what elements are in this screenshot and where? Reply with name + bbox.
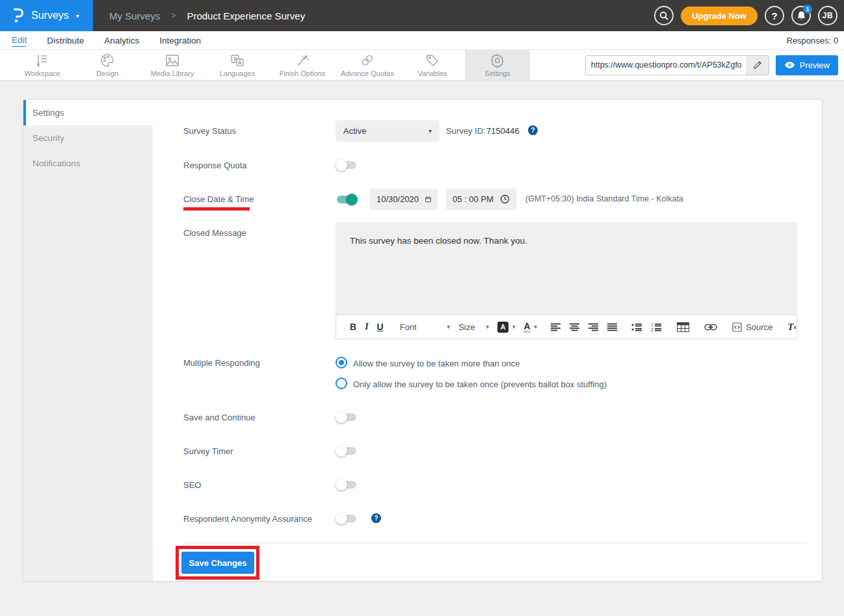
chevron-down-icon: ▾: [534, 324, 538, 330]
clock-icon: [500, 194, 510, 204]
font-dropdown[interactable]: Font ▾: [400, 322, 450, 332]
chevron-down-icon: ▾: [512, 324, 516, 330]
numbered-list-button[interactable]: 12: [651, 323, 662, 331]
search-button[interactable]: [654, 6, 674, 25]
survey-status-dropdown[interactable]: Active ▾: [336, 120, 440, 142]
questionpro-settings-page: Surveys ▾ My Surveys > Product Experienc…: [0, 0, 844, 616]
chevron-down-icon: ▾: [76, 12, 79, 19]
header-actions: Upgrade Now ? 1 JB: [654, 6, 844, 25]
languages-icon: [229, 53, 246, 68]
breadcrumb-separator: >: [171, 11, 176, 20]
tab-edit[interactable]: Edit: [12, 34, 27, 47]
avatar-initials: JB: [823, 11, 833, 20]
toolbar-tabs: Workspace Design Media Library: [10, 50, 530, 80]
upgrade-now-button[interactable]: Upgrade Now: [681, 6, 758, 25]
tab-analytics[interactable]: Analytics: [104, 34, 139, 47]
breadcrumb-my-surveys[interactable]: My Surveys: [109, 10, 160, 21]
search-icon: [659, 11, 669, 21]
text-color-icon: A: [523, 322, 530, 333]
toolbar-item-advance-quotas[interactable]: Advance Quotas: [335, 50, 400, 80]
radio-allow-multiple-label[interactable]: Allow the survey to be taken more than o…: [353, 359, 520, 368]
toolbar-right: Preview: [585, 55, 844, 75]
respondent-anonymity-toggle[interactable]: [336, 513, 358, 524]
survey-status-label: Survey Status: [183, 126, 236, 136]
survey-timer-toggle[interactable]: [336, 445, 358, 457]
notifications-button[interactable]: 1: [791, 6, 811, 25]
eye-icon: [784, 61, 795, 69]
sidebar-item-settings[interactable]: Settings: [23, 100, 153, 125]
app-logo-surveys-menu[interactable]: Surveys ▾: [0, 0, 93, 31]
align-center-icon: [570, 323, 580, 331]
background-color-button[interactable]: A ▾: [497, 322, 516, 333]
close-date-underline-annotation: [183, 207, 250, 211]
italic-button[interactable]: I: [365, 322, 368, 332]
toolbar-item-design[interactable]: Design: [75, 50, 140, 80]
insert-link-button[interactable]: [704, 324, 717, 331]
survey-nav: Edit Distribute Analytics Integration Re…: [0, 31, 844, 50]
close-date-field[interactable]: 10/30/2020: [370, 188, 438, 210]
response-quota-toggle[interactable]: [336, 159, 358, 171]
bg-color-icon: A: [497, 322, 508, 333]
save-and-continue-toggle[interactable]: [336, 411, 358, 423]
variables-icon: [424, 53, 441, 68]
media-library-icon: [164, 53, 181, 68]
question-mark-icon: ?: [771, 10, 777, 21]
preview-button[interactable]: Preview: [776, 55, 838, 75]
toolbar-item-languages[interactable]: Languages: [205, 50, 270, 80]
seo-toggle[interactable]: [336, 479, 358, 491]
top-header: Surveys ▾ My Surveys > Product Experienc…: [0, 0, 844, 31]
text-color-button[interactable]: A ▾: [523, 322, 537, 333]
finish-options-icon: [294, 53, 311, 68]
seo-label: SEO: [183, 480, 201, 490]
svg-text:2: 2: [651, 327, 653, 331]
account-avatar[interactable]: JB: [818, 6, 837, 25]
closed-message-textarea[interactable]: This survey has been closed now. Thank y…: [336, 222, 797, 314]
save-and-continue-label: Save and Continue: [183, 413, 256, 422]
bullet-list-button[interactable]: [631, 323, 642, 331]
toolbar-item-media-library[interactable]: Media Library: [140, 50, 205, 80]
richtext-toolbar: B I U Font ▾ Size ▾ A ▾ A ▾: [336, 314, 797, 339]
save-changes-button[interactable]: Save Changes: [181, 552, 254, 574]
toolbar-item-workspace[interactable]: Workspace: [10, 50, 75, 80]
radio-allow-once[interactable]: [336, 378, 347, 389]
respondent-anonymity-help-icon[interactable]: ?: [371, 513, 381, 523]
survey-timer-label: Survey Timer: [183, 446, 233, 456]
chevron-down-icon: ▾: [486, 324, 489, 330]
svg-text:1: 1: [651, 323, 653, 327]
align-left-button[interactable]: [551, 323, 561, 331]
toolbar-item-settings[interactable]: Settings: [465, 50, 530, 80]
sidebar-item-security[interactable]: Security: [23, 125, 153, 151]
radio-allow-once-label[interactable]: Only allow the survey to be taken once (…: [353, 379, 607, 389]
source-icon: [732, 322, 742, 332]
respondent-anonymity-label: Respondent Anonymity Assurance: [183, 514, 312, 524]
workspace-icon: [34, 53, 51, 68]
help-button[interactable]: ?: [765, 6, 784, 25]
align-right-button[interactable]: [588, 323, 599, 331]
close-date-toggle[interactable]: [336, 194, 358, 205]
source-button[interactable]: Source: [732, 322, 772, 332]
calendar-icon: [425, 194, 431, 204]
size-dropdown[interactable]: Size ▾: [458, 322, 489, 332]
toolbar-item-finish-options[interactable]: Finish Options: [270, 50, 335, 80]
table-icon: [677, 322, 689, 332]
bold-button[interactable]: B: [350, 322, 356, 332]
edit-url-button[interactable]: [746, 56, 769, 75]
survey-url-box: [585, 55, 769, 75]
bullet-list-icon: [631, 323, 642, 331]
tab-integration[interactable]: Integration: [159, 34, 201, 47]
survey-id-help-icon[interactable]: ?: [528, 125, 538, 135]
survey-url-input[interactable]: [586, 56, 746, 75]
radio-allow-multiple[interactable]: [336, 357, 347, 368]
timezone-text: (GMT+05:30) India Standard Time - Kolkat…: [525, 194, 683, 203]
justify-button[interactable]: [607, 323, 618, 331]
close-time-field[interactable]: 05 : 00 PM: [446, 188, 516, 210]
align-left-icon: [551, 323, 561, 331]
align-center-button[interactable]: [570, 323, 580, 331]
underline-button[interactable]: U: [377, 322, 384, 332]
sidebar-item-notifications[interactable]: Notifications: [23, 151, 153, 176]
toolbar-item-variables[interactable]: Variables: [400, 50, 465, 80]
remove-format-button[interactable]: Tx: [787, 322, 797, 333]
product-name: Surveys: [31, 10, 69, 21]
tab-distribute[interactable]: Distribute: [47, 34, 84, 47]
insert-table-button[interactable]: [677, 322, 689, 332]
